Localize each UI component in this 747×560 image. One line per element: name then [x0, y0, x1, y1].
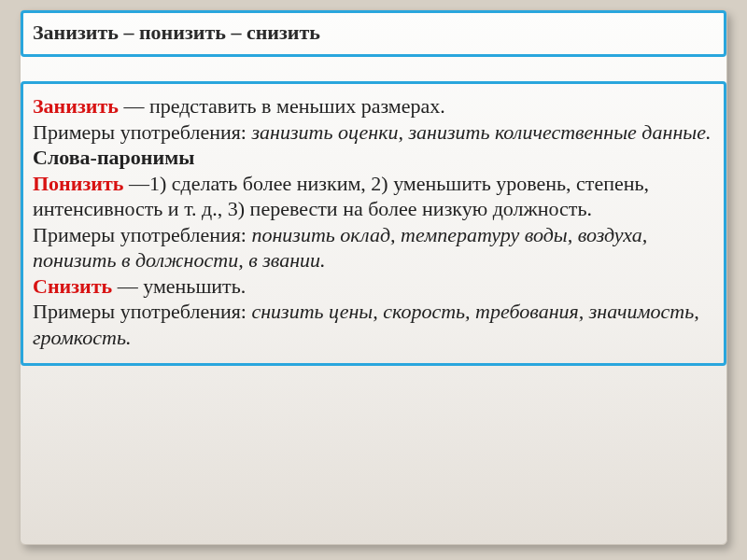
usage-1: Примеры употребления: занизить оценки, з…	[33, 119, 714, 146]
title-box: Занизить – понизить – снизить	[21, 10, 726, 57]
title-text: Занизить – понизить – снизить	[33, 21, 320, 44]
usage-3: Примеры употребления: снизить цены, скор…	[33, 299, 714, 350]
usage-2: Примеры употребления: понизить оклад, те…	[33, 222, 714, 273]
content-box: Занизить — представить в меньших размера…	[21, 81, 726, 366]
keyword-3: Снизить	[33, 274, 112, 298]
slide-card: Занизить – понизить – снизить Занизить —…	[20, 9, 727, 545]
usage-label: Примеры употребления:	[33, 300, 251, 323]
usage-1-text: занизить оценки, занизить количественные…	[251, 120, 711, 144]
keyword-2: Понизить	[33, 172, 123, 195]
definition-3: — уменьшить.	[112, 274, 246, 298]
paronyms-heading: Слова-паронимы	[33, 145, 714, 171]
usage-label: Примеры употребления:	[33, 223, 251, 246]
keyword-1: Занизить	[33, 94, 119, 118]
entry-2: Понизить —1) сделать более низким, 2) ум…	[33, 171, 714, 222]
entry-3: Снизить — уменьшить.	[33, 273, 714, 300]
usage-label: Примеры употребления:	[33, 120, 251, 144]
entry-1: Занизить — представить в меньших размера…	[33, 93, 714, 119]
definition-1: — представить в меньших размерах.	[119, 94, 445, 118]
definition-2: —1) сделать более низким, 2) уменьшить у…	[33, 172, 649, 221]
